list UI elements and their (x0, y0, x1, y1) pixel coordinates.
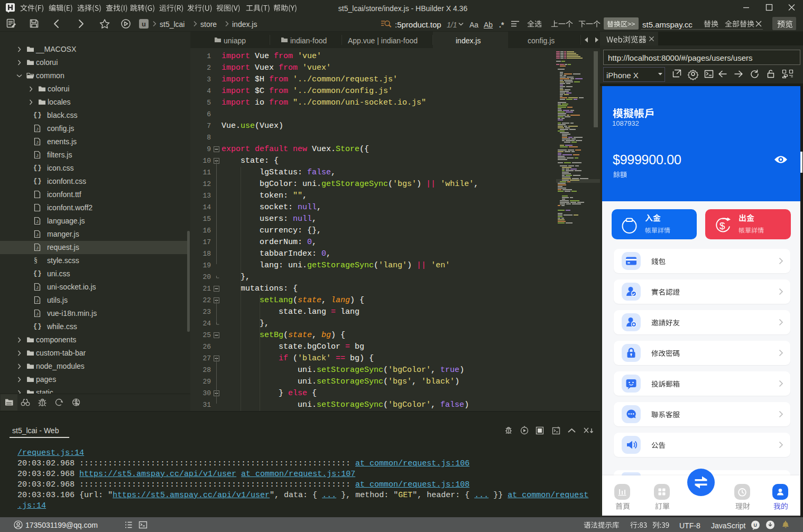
svg-text:J: J (36, 246, 39, 250)
svg-text:J: J (36, 232, 39, 237)
svg-text:U: U (754, 522, 758, 528)
svg-text:J: J (36, 140, 39, 145)
svg-text:J: J (36, 127, 39, 132)
svg-text:J: J (36, 219, 39, 224)
svg-text:J: J (36, 312, 39, 316)
svg-text:J: J (36, 298, 39, 303)
svg-text:J: J (36, 153, 39, 158)
svg-text:$: $ (719, 220, 725, 231)
svg-text:J: J (36, 285, 39, 290)
